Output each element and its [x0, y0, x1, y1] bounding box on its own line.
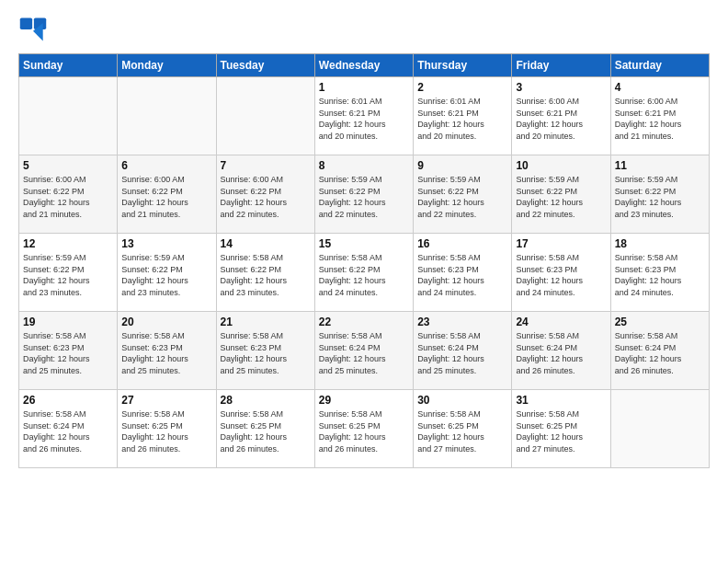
day-cell	[19, 77, 118, 155]
day-cell: 17Sunrise: 5:58 AM Sunset: 6:23 PM Dayli…	[512, 234, 610, 312]
day-number: 4	[615, 81, 705, 94]
day-info: Sunrise: 6:00 AM Sunset: 6:21 PM Dayligh…	[615, 96, 705, 142]
day-info: Sunrise: 5:59 AM Sunset: 6:22 PM Dayligh…	[23, 252, 113, 298]
day-cell: 23Sunrise: 5:58 AM Sunset: 6:24 PM Dayli…	[414, 312, 512, 390]
week-row-0: 1Sunrise: 6:01 AM Sunset: 6:21 PM Daylig…	[19, 77, 710, 155]
day-number: 31	[516, 394, 606, 407]
day-info: Sunrise: 5:58 AM Sunset: 6:22 PM Dayligh…	[221, 252, 311, 298]
day-cell: 16Sunrise: 5:58 AM Sunset: 6:23 PM Dayli…	[414, 234, 512, 312]
day-cell: 4Sunrise: 6:00 AM Sunset: 6:21 PM Daylig…	[610, 77, 709, 155]
weekday-header-sunday: Sunday	[19, 54, 118, 77]
week-row-1: 5Sunrise: 6:00 AM Sunset: 6:22 PM Daylig…	[19, 155, 710, 234]
day-number: 5	[23, 159, 113, 172]
day-cell: 29Sunrise: 5:58 AM Sunset: 6:25 PM Dayli…	[314, 390, 413, 468]
day-number: 2	[417, 81, 507, 94]
day-cell: 1Sunrise: 6:01 AM Sunset: 6:21 PM Daylig…	[314, 77, 413, 155]
weekday-header-thursday: Thursday	[414, 54, 512, 77]
day-cell: 28Sunrise: 5:58 AM Sunset: 6:25 PM Dayli…	[216, 390, 314, 468]
day-number: 7	[221, 159, 311, 172]
day-info: Sunrise: 5:58 AM Sunset: 6:24 PM Dayligh…	[516, 330, 606, 376]
day-info: Sunrise: 5:58 AM Sunset: 6:23 PM Dayligh…	[23, 330, 113, 376]
day-number: 26	[23, 394, 113, 407]
day-number: 6	[121, 159, 211, 172]
day-cell: 11Sunrise: 5:59 AM Sunset: 6:22 PM Dayli…	[610, 155, 709, 234]
week-row-3: 19Sunrise: 5:58 AM Sunset: 6:23 PM Dayli…	[19, 312, 710, 390]
day-info: Sunrise: 5:59 AM Sunset: 6:22 PM Dayligh…	[121, 252, 211, 298]
day-number: 24	[516, 316, 606, 328]
day-cell: 19Sunrise: 5:58 AM Sunset: 6:23 PM Dayli…	[19, 312, 118, 390]
day-number: 22	[319, 316, 409, 328]
day-cell: 27Sunrise: 5:58 AM Sunset: 6:25 PM Dayli…	[118, 390, 216, 468]
day-cell: 13Sunrise: 5:59 AM Sunset: 6:22 PM Dayli…	[118, 234, 216, 312]
day-number: 21	[221, 316, 311, 328]
day-cell: 6Sunrise: 6:00 AM Sunset: 6:22 PM Daylig…	[118, 155, 216, 234]
day-info: Sunrise: 5:58 AM Sunset: 6:23 PM Dayligh…	[221, 330, 311, 376]
day-cell: 7Sunrise: 6:00 AM Sunset: 6:22 PM Daylig…	[216, 155, 314, 234]
day-cell: 21Sunrise: 5:58 AM Sunset: 6:23 PM Dayli…	[216, 312, 314, 390]
day-number: 17	[516, 237, 606, 250]
day-info: Sunrise: 5:59 AM Sunset: 6:22 PM Dayligh…	[417, 174, 507, 220]
day-cell	[610, 390, 709, 468]
day-cell: 20Sunrise: 5:58 AM Sunset: 6:23 PM Dayli…	[118, 312, 216, 390]
day-cell: 8Sunrise: 5:59 AM Sunset: 6:22 PM Daylig…	[314, 155, 413, 234]
day-number: 16	[417, 237, 507, 250]
calendar: SundayMondayTuesdayWednesdayThursdayFrid…	[18, 53, 710, 468]
day-info: Sunrise: 5:58 AM Sunset: 6:25 PM Dayligh…	[516, 408, 606, 454]
day-info: Sunrise: 6:00 AM Sunset: 6:22 PM Dayligh…	[121, 174, 211, 220]
day-cell	[118, 77, 216, 155]
day-info: Sunrise: 5:59 AM Sunset: 6:22 PM Dayligh…	[516, 174, 606, 220]
day-cell	[216, 77, 314, 155]
day-cell: 24Sunrise: 5:58 AM Sunset: 6:24 PM Dayli…	[512, 312, 610, 390]
weekday-header-wednesday: Wednesday	[314, 54, 413, 77]
svg-rect-0	[20, 18, 32, 29]
day-cell: 25Sunrise: 5:58 AM Sunset: 6:24 PM Dayli…	[610, 312, 709, 390]
day-info: Sunrise: 5:58 AM Sunset: 6:25 PM Dayligh…	[417, 408, 507, 454]
header	[18, 15, 710, 44]
day-number: 3	[516, 81, 606, 94]
day-number: 11	[615, 159, 705, 172]
day-info: Sunrise: 5:58 AM Sunset: 6:25 PM Dayligh…	[319, 408, 409, 454]
day-number: 9	[417, 159, 507, 172]
week-row-2: 12Sunrise: 5:59 AM Sunset: 6:22 PM Dayli…	[19, 234, 710, 312]
day-number: 29	[319, 394, 409, 407]
day-number: 15	[319, 237, 409, 250]
day-info: Sunrise: 6:00 AM Sunset: 6:22 PM Dayligh…	[221, 174, 311, 220]
weekday-header-monday: Monday	[118, 54, 216, 77]
day-number: 12	[23, 237, 113, 250]
day-cell: 10Sunrise: 5:59 AM Sunset: 6:22 PM Dayli…	[512, 155, 610, 234]
weekday-header-tuesday: Tuesday	[216, 54, 314, 77]
day-number: 14	[221, 237, 311, 250]
day-cell: 30Sunrise: 5:58 AM Sunset: 6:25 PM Dayli…	[414, 390, 512, 468]
day-cell: 9Sunrise: 5:59 AM Sunset: 6:22 PM Daylig…	[414, 155, 512, 234]
day-number: 20	[121, 316, 211, 328]
day-info: Sunrise: 5:58 AM Sunset: 6:23 PM Dayligh…	[417, 252, 507, 298]
day-info: Sunrise: 5:58 AM Sunset: 6:25 PM Dayligh…	[121, 408, 211, 454]
week-row-4: 26Sunrise: 5:58 AM Sunset: 6:24 PM Dayli…	[19, 390, 710, 468]
day-cell: 22Sunrise: 5:58 AM Sunset: 6:24 PM Dayli…	[314, 312, 413, 390]
day-info: Sunrise: 6:00 AM Sunset: 6:21 PM Dayligh…	[516, 96, 606, 142]
day-cell: 12Sunrise: 5:59 AM Sunset: 6:22 PM Dayli…	[19, 234, 118, 312]
day-number: 23	[417, 316, 507, 328]
day-info: Sunrise: 5:58 AM Sunset: 6:25 PM Dayligh…	[221, 408, 311, 454]
day-info: Sunrise: 5:58 AM Sunset: 6:23 PM Dayligh…	[615, 252, 705, 298]
day-info: Sunrise: 5:59 AM Sunset: 6:22 PM Dayligh…	[319, 174, 409, 220]
day-cell: 3Sunrise: 6:00 AM Sunset: 6:21 PM Daylig…	[512, 77, 610, 155]
day-cell: 15Sunrise: 5:58 AM Sunset: 6:22 PM Dayli…	[314, 234, 413, 312]
day-cell: 18Sunrise: 5:58 AM Sunset: 6:23 PM Dayli…	[610, 234, 709, 312]
day-number: 30	[417, 394, 507, 407]
day-info: Sunrise: 5:58 AM Sunset: 6:24 PM Dayligh…	[319, 330, 409, 376]
day-number: 8	[319, 159, 409, 172]
day-info: Sunrise: 5:58 AM Sunset: 6:24 PM Dayligh…	[23, 408, 113, 454]
day-number: 13	[121, 237, 211, 250]
page: SundayMondayTuesdayWednesdayThursdayFrid…	[0, 0, 728, 563]
day-number: 18	[615, 237, 705, 250]
logo	[18, 15, 53, 44]
day-info: Sunrise: 6:01 AM Sunset: 6:21 PM Dayligh…	[417, 96, 507, 142]
day-info: Sunrise: 6:00 AM Sunset: 6:22 PM Dayligh…	[23, 174, 113, 220]
calendar-body: 1Sunrise: 6:01 AM Sunset: 6:21 PM Daylig…	[19, 77, 710, 468]
day-cell: 14Sunrise: 5:58 AM Sunset: 6:22 PM Dayli…	[216, 234, 314, 312]
weekday-header-friday: Friday	[512, 54, 610, 77]
day-number: 27	[121, 394, 211, 407]
day-cell: 31Sunrise: 5:58 AM Sunset: 6:25 PM Dayli…	[512, 390, 610, 468]
day-number: 19	[23, 316, 113, 328]
